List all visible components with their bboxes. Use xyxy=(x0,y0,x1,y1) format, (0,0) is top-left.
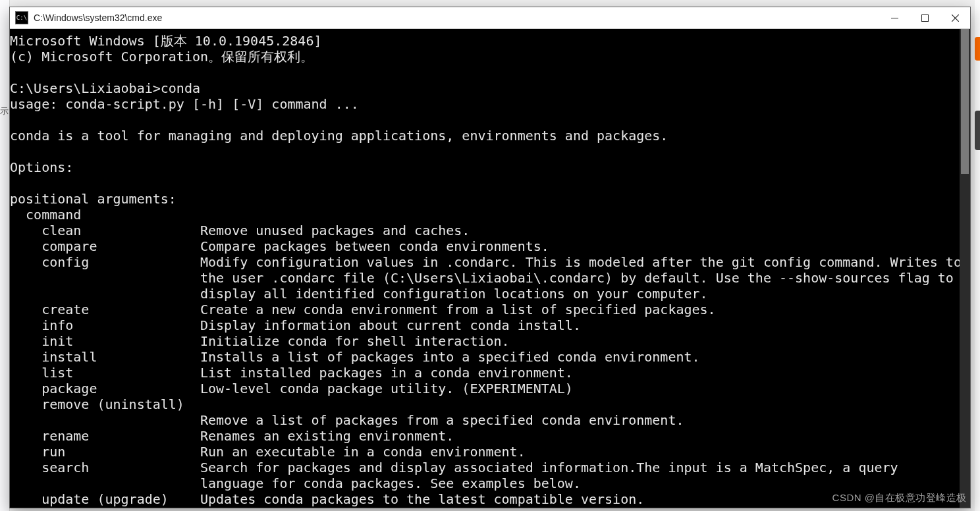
close-icon xyxy=(952,14,959,22)
terminal-output: Microsoft Windows [版本 10.0.19045.2846] (… xyxy=(10,29,960,508)
right-dark-accent xyxy=(975,111,980,150)
terminal-area[interactable]: Microsoft Windows [版本 10.0.19045.2846] (… xyxy=(10,29,970,508)
maximize-button[interactable] xyxy=(910,7,940,28)
cmd-window: C:\ C:\Windows\system32\cmd.exe Microsof… xyxy=(9,7,971,508)
right-orange-accent xyxy=(975,37,980,61)
left-sliver-char: 示 xyxy=(0,105,9,117)
minimize-button[interactable] xyxy=(879,7,910,28)
window-title: C:\Windows\system32\cmd.exe xyxy=(34,13,162,23)
svg-rect-0 xyxy=(891,18,898,18)
close-button[interactable] xyxy=(940,7,970,28)
scrollbar-vertical[interactable] xyxy=(960,29,970,508)
scrollbar-thumb[interactable] xyxy=(961,29,969,174)
left-background-sliver: 示 xyxy=(0,0,10,511)
titlebar[interactable]: C:\ C:\Windows\system32\cmd.exe xyxy=(10,7,970,29)
minimize-icon xyxy=(891,14,898,22)
cmd-icon: C:\ xyxy=(15,11,28,24)
maximize-icon xyxy=(921,14,929,22)
right-background-sliver xyxy=(975,0,980,511)
svg-rect-1 xyxy=(921,14,928,21)
